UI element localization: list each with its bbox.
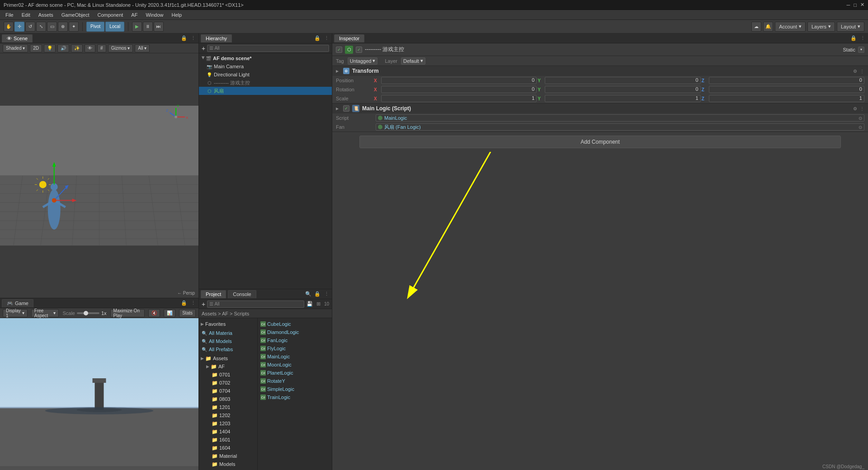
aspect-dropdown[interactable]: Free Aspect ▾ bbox=[31, 309, 59, 317]
minimize-btn[interactable]: ─ bbox=[847, 2, 850, 8]
position-y-input[interactable]: 0 bbox=[545, 77, 700, 84]
scene-grid-btn[interactable]: # bbox=[97, 44, 106, 52]
folder-0701[interactable]: 📁 0701 bbox=[199, 371, 257, 379]
scene-more-icon[interactable]: ⋮ bbox=[189, 35, 197, 42]
position-x-input[interactable]: 0 bbox=[381, 77, 537, 84]
file-moonlogic[interactable]: C# MoonLogic bbox=[259, 361, 330, 369]
scene-lighting-btn[interactable]: 💡 bbox=[44, 44, 56, 52]
tag-dropdown[interactable]: Untagged ▾ bbox=[348, 57, 378, 65]
scale-z-input[interactable]: 1 bbox=[709, 95, 864, 102]
scene-canvas[interactable]: X Y Z ← Persp bbox=[0, 53, 198, 298]
inspector-tab[interactable]: Inspector bbox=[334, 34, 364, 42]
rect-tool[interactable]: ▭ bbox=[47, 22, 57, 32]
display-dropdown[interactable]: Display 1 ▾ bbox=[3, 309, 28, 317]
menu-gameobject[interactable]: GameObject bbox=[58, 11, 93, 19]
hierarchy-item-fan[interactable]: ⬡ 风扇 bbox=[199, 87, 332, 95]
file-diamondlogic[interactable]: C# DiamondLogic bbox=[259, 328, 330, 336]
file-simplelogic[interactable]: C# SimpleLogic bbox=[259, 385, 330, 393]
game-more-icon[interactable]: ⋮ bbox=[189, 300, 197, 307]
scene-fx-btn[interactable]: ✨ bbox=[71, 44, 83, 52]
hand-tool[interactable]: ✋ bbox=[4, 22, 14, 32]
mute-audio-btn[interactable]: 🔇 bbox=[148, 309, 160, 317]
hierarchy-search-input[interactable] bbox=[207, 45, 329, 52]
fav-all-materials[interactable]: 🔍 All Materia bbox=[199, 329, 257, 337]
mainlogic-header[interactable]: ▶ 📜 Main Logic (Script) ⚙ ⋮ bbox=[332, 103, 868, 113]
menu-af[interactable]: AF bbox=[127, 11, 141, 19]
hierarchy-item-scene[interactable]: ▶ 🎬 AF demo scene* bbox=[199, 54, 332, 62]
pause-button[interactable]: ⏸ bbox=[143, 22, 153, 32]
menu-component[interactable]: Component bbox=[94, 11, 127, 19]
scale-y-input[interactable]: 1 bbox=[545, 95, 700, 102]
folder-material[interactable]: 📁 Material bbox=[199, 452, 257, 460]
menu-assets[interactable]: Assets bbox=[35, 11, 57, 19]
folder-0702[interactable]: 📁 0702 bbox=[199, 379, 257, 387]
assets-header[interactable]: ▶ 📁 Assets bbox=[199, 354, 257, 362]
folder-1604[interactable]: 📁 1604 bbox=[199, 444, 257, 452]
layout-button[interactable]: Layout ▾ bbox=[837, 22, 864, 32]
hierarchy-item-maincamera[interactable]: 📷 Main Camera bbox=[199, 62, 332, 70]
folder-0803[interactable]: 📁 0803 bbox=[199, 395, 257, 403]
folder-models[interactable]: 📁 Models bbox=[199, 460, 257, 468]
console-tab[interactable]: Console bbox=[228, 290, 256, 298]
file-planetlogic[interactable]: C# PlanetLogic bbox=[259, 369, 330, 377]
file-rotatey[interactable]: C# RotateY bbox=[259, 377, 330, 385]
project-save-icon[interactable]: 💾 bbox=[306, 301, 313, 308]
mainlogic-active-checkbox[interactable] bbox=[343, 105, 349, 112]
scene-audio-btn[interactable]: 🔊 bbox=[57, 44, 69, 52]
file-cubelogic[interactable]: C# CubeLogic bbox=[259, 320, 330, 328]
object-active-checkbox[interactable] bbox=[336, 47, 342, 53]
fav-all-models[interactable]: 🔍 All Models bbox=[199, 337, 257, 345]
hierarchy-more-icon[interactable]: ⋮ bbox=[323, 35, 330, 42]
move-tool[interactable]: ✛ bbox=[14, 22, 24, 32]
layer-dropdown[interactable]: Default ▾ bbox=[401, 57, 425, 65]
folder-1201[interactable]: 📁 1201 bbox=[199, 403, 257, 411]
file-mainlogic[interactable]: C# MainLogic bbox=[259, 352, 330, 361]
2d-button[interactable]: 2D bbox=[30, 44, 42, 52]
rotation-z-input[interactable]: 0 bbox=[709, 86, 864, 93]
rotation-x-input[interactable]: 0 bbox=[381, 86, 537, 93]
account-button[interactable]: Account ▾ bbox=[775, 22, 806, 32]
project-search-icon[interactable]: 🔍 bbox=[305, 291, 312, 298]
game-lock-icon[interactable]: 🔒 bbox=[180, 300, 188, 307]
transform-header[interactable]: ▶ ⊕ Transform ⚙ ⋮ bbox=[332, 66, 868, 76]
position-z-input[interactable]: 0 bbox=[709, 77, 864, 84]
search-scene-btn[interactable]: All ▾ bbox=[135, 44, 150, 52]
rotate-tool[interactable]: ↺ bbox=[25, 22, 35, 32]
folder-scenes[interactable]: 📁 Scenes bbox=[199, 468, 257, 470]
step-button[interactable]: ⏭ bbox=[154, 22, 164, 32]
scene-lock-icon[interactable]: 🔒 bbox=[180, 35, 188, 42]
maximize-btn[interactable]: □ bbox=[854, 2, 857, 8]
project-search-input[interactable] bbox=[207, 301, 304, 308]
scale-tool[interactable]: ⤡ bbox=[36, 22, 46, 32]
inspector-more-icon[interactable]: ⋮ bbox=[859, 35, 866, 42]
rotation-y-input[interactable]: 0 bbox=[545, 86, 700, 93]
local-button[interactable]: Local bbox=[105, 22, 124, 32]
scale-x-input[interactable]: 1 bbox=[381, 95, 537, 102]
folder-1404[interactable]: 📁 1404 bbox=[199, 428, 257, 436]
close-btn[interactable]: ✕ bbox=[860, 2, 864, 8]
hierarchy-lock-icon[interactable]: 🔒 bbox=[314, 35, 321, 42]
scale-slider[interactable] bbox=[77, 312, 99, 314]
project-lock-icon[interactable]: 🔒 bbox=[314, 291, 321, 298]
pivot-button[interactable]: Pivot bbox=[86, 22, 104, 32]
mainlogic-settings-icon[interactable]: ⚙ bbox=[853, 106, 857, 111]
custom-tool[interactable]: ✦ bbox=[69, 22, 79, 32]
folder-1203[interactable]: 📁 1203 bbox=[199, 419, 257, 428]
object-active2-checkbox[interactable] bbox=[356, 47, 362, 53]
menu-window[interactable]: Window bbox=[142, 11, 167, 19]
stats-toggle-btn[interactable]: 📊 bbox=[164, 309, 175, 317]
project-more-icon[interactable]: ⋮ bbox=[323, 291, 330, 298]
favorites-header[interactable]: ▶ Favorites bbox=[199, 320, 257, 328]
game-tab[interactable]: 🎮 Game bbox=[2, 299, 33, 307]
scene-hidden-btn[interactable]: 👁 bbox=[85, 44, 95, 52]
fav-all-prefabs[interactable]: 🔍 All Prefabs bbox=[199, 345, 257, 353]
game-canvas[interactable] bbox=[0, 318, 198, 470]
mainlogic-more-icon[interactable]: ⋮ bbox=[860, 106, 864, 111]
shading-dropdown[interactable]: Shaded ▾ bbox=[3, 44, 28, 52]
play-button[interactable]: ▶ bbox=[132, 22, 142, 32]
scene-tab[interactable]: 👁 Scene bbox=[2, 34, 33, 42]
collab-button[interactable]: 🔔 bbox=[763, 22, 773, 32]
maximize-on-play-btn[interactable]: Maximize On Play bbox=[110, 309, 145, 317]
transform-settings-icon[interactable]: ⚙ bbox=[853, 69, 857, 74]
project-view-icon[interactable]: ⊞ bbox=[315, 301, 322, 308]
